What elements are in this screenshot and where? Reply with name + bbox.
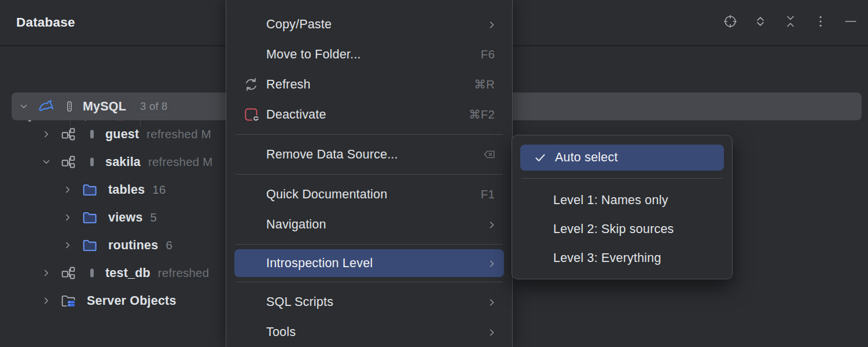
- locate-opened-element-button[interactable]: [721, 13, 740, 32]
- submenu-item-label: Level 3: Everything: [553, 251, 661, 265]
- chevron-right-icon[interactable]: [41, 267, 52, 279]
- schema-icon: [60, 264, 77, 282]
- submenu-arrow-icon: [487, 19, 497, 29]
- more-vertical-icon: [813, 14, 828, 31]
- menu-item-label: Introspection Level: [266, 256, 487, 271]
- menu-item-introspection-level[interactable]: Introspection Level: [234, 249, 504, 277]
- menu-item-navigation[interactable]: Navigation: [226, 209, 512, 239]
- menu-separator: [236, 244, 503, 245]
- item-count: 6: [165, 238, 172, 252]
- submenu-arrow-icon: [487, 327, 497, 337]
- menu-item-label: SQL Scripts: [266, 295, 487, 309]
- menu-item-refresh[interactable]: Refresh⌘R: [226, 69, 512, 99]
- menu-item-quick-documentation[interactable]: Quick DocumentationF1: [226, 179, 512, 209]
- menu-item-label: Tools: [266, 325, 487, 339]
- mysql-dolphin-icon: [37, 98, 54, 115]
- folder-icon: [81, 237, 98, 254]
- refresh-status-text: refreshed M: [146, 127, 211, 141]
- collapse-all-button[interactable]: [781, 13, 800, 32]
- submenu-arrow-icon: [487, 258, 497, 268]
- folder-icon: [81, 181, 98, 198]
- tree-item-label: test_db: [105, 266, 150, 280]
- chevron-right-icon[interactable]: [62, 239, 73, 251]
- forward-delete-icon: [481, 147, 497, 161]
- item-count: 16: [152, 183, 165, 197]
- menu-item-shortcut: F6: [481, 47, 495, 61]
- connection-pill-icon: [62, 99, 76, 113]
- submenu-item-auto-select[interactable]: Auto select: [520, 145, 724, 171]
- menu-item-label: Quick Documentation: [266, 187, 481, 202]
- submenu-item-label: Level 2: Skip sources: [553, 222, 674, 237]
- checkmark-icon: [533, 150, 547, 165]
- chevron-right-icon[interactable]: [41, 128, 52, 140]
- menu-separator: [236, 282, 503, 282]
- folder-icon: [81, 209, 98, 226]
- menu-item-shortcut: ⌘R: [474, 77, 495, 91]
- chevron-right-icon[interactable]: [62, 212, 73, 223]
- tree-item-label: guest: [105, 127, 139, 142]
- chevron-right-icon[interactable]: [62, 184, 73, 195]
- menu-item-remove-data-source[interactable]: Remove Data Source...: [226, 139, 512, 169]
- tree-item-label: MySQL: [83, 99, 126, 114]
- tree-item-label: routines: [108, 238, 158, 253]
- menu-item-label: Navigation: [266, 217, 487, 232]
- menu-item-sql-scripts[interactable]: SQL Scripts: [226, 287, 512, 317]
- chevron-down-icon[interactable]: [41, 156, 52, 168]
- pill-marker-icon: [85, 266, 99, 280]
- deactivate-icon: [243, 106, 259, 123]
- submenu-item-level-1-names-only[interactable]: Level 1: Names only: [512, 186, 732, 215]
- menu-item-deactivate[interactable]: Deactivate⌘F2: [226, 99, 512, 130]
- refresh-icon: [243, 76, 259, 93]
- refresh-status-text: refreshed: [158, 266, 209, 280]
- locate-target-icon: [723, 14, 738, 31]
- context-menu: Copy/PasteMove to Folder...F6Refresh⌘RDe…: [226, 0, 513, 347]
- expand-all-button[interactable]: [751, 13, 770, 32]
- menu-item-shortcut: ⌘F2: [469, 108, 495, 121]
- submenu-arrow-icon: [487, 297, 497, 307]
- menu-separator: [236, 134, 503, 135]
- tree-item-label: views: [108, 211, 143, 225]
- database-tool-window: Database DI MySQL3 of 8guestrefreshed Ms…: [0, 0, 868, 347]
- menu-item-label: Remove Data Source...: [266, 147, 481, 162]
- expand-all-icon: [753, 14, 768, 31]
- menu-item-label: Refresh: [266, 77, 474, 92]
- pill-marker-icon: [85, 127, 99, 141]
- menu-item-label: Move to Folder...: [266, 47, 481, 62]
- pill-marker-icon: [85, 155, 99, 169]
- tree-item-label: tables: [108, 183, 145, 197]
- menu-item-label: Copy/Paste: [266, 17, 487, 32]
- submenu-item-label: Level 1: Names only: [553, 193, 668, 208]
- menu-item-shortcut: F1: [481, 187, 495, 201]
- menu-item-tools[interactable]: Tools: [226, 317, 512, 347]
- hide-tool-window-button[interactable]: [841, 13, 860, 32]
- menu-separator: [236, 174, 503, 175]
- submenu-arrow-icon: [487, 219, 497, 230]
- schema-icon: [60, 153, 77, 171]
- submenu-item-level-2-skip-sources[interactable]: Level 2: Skip sources: [512, 215, 732, 243]
- chevron-down-icon[interactable]: [18, 101, 30, 112]
- tree-item-label: Server Objects: [87, 294, 176, 308]
- schema-icon: [60, 125, 77, 143]
- menu-item-label: Deactivate: [266, 108, 469, 122]
- introspection-level-submenu: Auto selectLevel 1: Names onlyLevel 2: S…: [512, 135, 733, 279]
- server-objects-folder-icon: [60, 292, 77, 309]
- introspected-count-badge: 3 of 8: [134, 98, 174, 115]
- chevron-right-icon[interactable]: [41, 295, 52, 307]
- item-count: 5: [150, 211, 157, 224]
- hide-icon: [843, 14, 858, 31]
- menu-item-move-to-folder[interactable]: Move to Folder...F6: [226, 39, 512, 69]
- submenu-item-label: Auto select: [555, 150, 618, 165]
- menu-item-copy-paste[interactable]: Copy/Paste: [226, 9, 512, 39]
- refresh-status-text: refreshed M: [148, 155, 213, 169]
- submenu-item-level-3-everything[interactable]: Level 3: Everything: [512, 243, 732, 272]
- window-controls: [721, 0, 860, 45]
- tool-window-options-button[interactable]: [811, 13, 830, 32]
- collapse-all-icon: [783, 14, 798, 31]
- tree-item-label: sakila: [105, 155, 141, 169]
- menu-separator: [521, 178, 723, 179]
- page-title: Database: [16, 0, 75, 45]
